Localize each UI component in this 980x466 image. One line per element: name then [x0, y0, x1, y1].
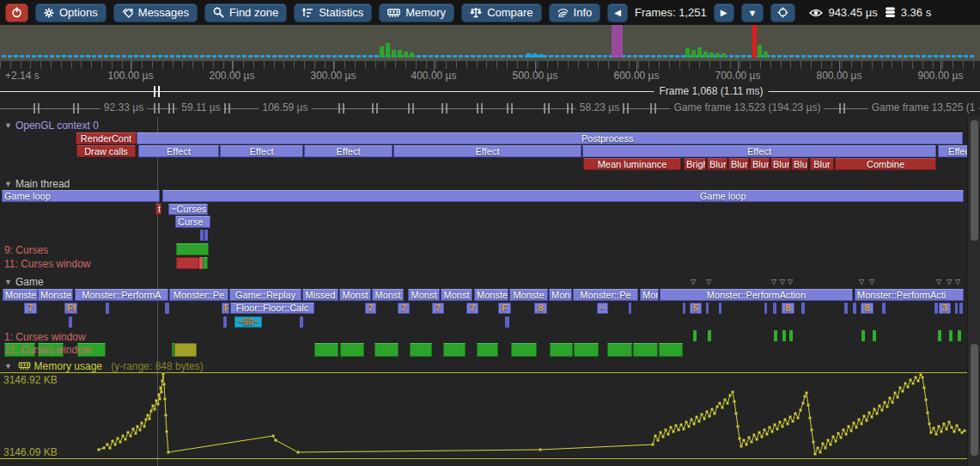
zone-bar-thin[interactable]: [165, 303, 169, 314]
zone-bar-thin[interactable]: [861, 330, 865, 341]
next-frame-button[interactable]: ▶: [714, 3, 734, 22]
zone-bar[interactable]: ~Curses: [168, 204, 208, 215]
zone-bar[interactable]: Mons: [549, 289, 572, 301]
zone-bar[interactable]: Monste: [509, 289, 548, 301]
zone-bar[interactable]: 8: [861, 303, 873, 314]
zone-bar-thin[interactable]: [374, 343, 399, 357]
zone-bar-thin[interactable]: [633, 343, 658, 357]
zone-bar[interactable]: Monste: [474, 289, 508, 301]
zone-bar-thin[interactable]: [958, 330, 961, 341]
zone-bar-thin[interactable]: [550, 343, 573, 357]
message-marker-icon[interactable]: ▽: [780, 278, 785, 285]
zone-bar-thin[interactable]: [691, 50, 696, 58]
zone-bar-thin[interactable]: [200, 230, 204, 241]
zone-bar-thin[interactable]: [873, 330, 876, 341]
zone-bar-thin[interactable]: [477, 343, 498, 357]
lock-label[interactable]: 11: Curses window: [4, 344, 91, 356]
message-marker-icon[interactable]: ▽: [947, 278, 952, 285]
zone-bar[interactable]: Combine: [835, 158, 936, 170]
focus-frame-button[interactable]: [770, 3, 795, 22]
collapse-frames-button[interactable]: ▼: [741, 3, 764, 22]
zone-bar-thin[interactable]: [782, 330, 786, 341]
zone-bar[interactable]: Effect: [138, 145, 219, 157]
frame-label[interactable]: Frame 1,068 (1.11 ms): [654, 85, 768, 97]
zone-bar-thin[interactable]: [721, 53, 726, 58]
zone-bar-thin[interactable]: [314, 343, 338, 357]
zone-bar-thin[interactable]: [106, 303, 109, 314]
zone-bar[interactable]: ~: [597, 303, 608, 314]
zone-bar[interactable]: Monster::PerformActi: [855, 289, 964, 301]
zone-bar[interactable]: Effect: [393, 145, 581, 157]
zone-bar-thin[interactable]: [934, 303, 938, 314]
zone-bar-thin[interactable]: [533, 53, 537, 58]
zone-bar-thin[interactable]: [853, 303, 856, 314]
zone-bar[interactable]: F: [222, 303, 229, 314]
zone-bar[interactable]: Ff: [64, 303, 77, 314]
zone-bar[interactable]: 7: [24, 303, 37, 314]
compare-button[interactable]: Compare: [461, 3, 541, 22]
message-marker-icon[interactable]: ▽: [936, 278, 941, 285]
zone-bar[interactable]: Curse: [175, 216, 210, 228]
zone-bar[interactable]: Monster::PerformA: [75, 289, 168, 301]
frame-marker-row[interactable]: Frame 1,068 (1.11 ms): [0, 84, 980, 100]
zone-bar-thin[interactable]: [174, 343, 197, 357]
zone-bar-thin[interactable]: [938, 330, 941, 341]
zone-bar-thin[interactable]: [398, 50, 402, 58]
zone-bar-thin[interactable]: [607, 343, 632, 357]
find-zone-button[interactable]: Find zone: [204, 3, 287, 22]
zone-bar[interactable]: Effect: [582, 145, 936, 157]
zone-bar[interactable]: Blur: [791, 158, 808, 170]
zone-bar-thin[interactable]: [773, 303, 776, 314]
zone-bar-thin[interactable]: [683, 303, 685, 314]
zone-bar[interactable]: t: [155, 204, 161, 215]
zone-bar-thin[interactable]: [300, 316, 303, 328]
zone-bar-thin[interactable]: [706, 303, 709, 314]
message-marker-icon[interactable]: ▽: [691, 278, 696, 285]
zone-bar-thin[interactable]: [709, 52, 714, 58]
zone-bar[interactable]: Monst: [372, 289, 404, 301]
section-opengl-header[interactable]: ▼OpenGL context 0: [4, 120, 99, 132]
prev-frame-button[interactable]: ◀: [607, 3, 628, 22]
section-main-thread-header[interactable]: ▼Main thread: [4, 178, 70, 190]
zone-bar-thin[interactable]: [223, 316, 227, 328]
zone-bar-thin[interactable]: [697, 47, 702, 58]
zone-bar-thin[interactable]: [882, 303, 886, 314]
statistics-button[interactable]: Statistics: [294, 3, 372, 22]
zone-bar[interactable]: Mons: [640, 289, 659, 301]
info-button[interactable]: Info: [549, 3, 601, 22]
power-button[interactable]: [5, 3, 28, 22]
zone-bar[interactable]: Missed: [302, 289, 338, 301]
zone-bar-thin[interactable]: [703, 52, 708, 58]
zone-bar[interactable]: Postprocess: [137, 132, 963, 144]
zone-bar[interactable]: Blur: [707, 158, 727, 170]
message-marker-icon[interactable]: ▽: [771, 278, 776, 285]
zone-bar-thin[interactable]: [204, 230, 208, 241]
zone-bar-thin[interactable]: [410, 52, 414, 58]
zone-bar[interactable]: Game loop: [162, 190, 964, 202]
lock-label[interactable]: 9: Curses: [4, 244, 48, 256]
zone-bar-thin[interactable]: [527, 53, 531, 58]
zone-bar-thin[interactable]: [715, 53, 720, 58]
zone-bar-thin[interactable]: [708, 330, 711, 341]
zone-bar-thin[interactable]: [404, 52, 408, 58]
zone-bar[interactable]: ~50~: [234, 316, 262, 328]
zone-bar-thin[interactable]: [719, 303, 721, 314]
zone-bar-thin[interactable]: [758, 45, 762, 58]
frame-histogram[interactable]: [0, 25, 980, 61]
zone-bar[interactable]: Effect: [304, 145, 393, 157]
zone-bar-thin[interactable]: [752, 23, 757, 58]
zone-bar-thin[interactable]: [764, 303, 767, 314]
zone-bar[interactable]: Brigh: [684, 158, 706, 170]
zone-bar-thin[interactable]: [410, 343, 432, 357]
zone-bar-thin[interactable]: [505, 316, 509, 328]
zone-bar[interactable]: 8: [534, 303, 547, 314]
message-marker-icon[interactable]: ▽: [706, 278, 711, 285]
zone-bar[interactable]: Monst: [408, 289, 440, 301]
message-marker-icon[interactable]: ▽: [955, 278, 960, 285]
zone-bar[interactable]: 7: [365, 303, 376, 314]
zone-bar[interactable]: 8: [782, 303, 794, 314]
zone-bar[interactable]: 7: [432, 303, 444, 314]
zone-bar-thin[interactable]: [789, 330, 793, 341]
zone-bar-thin[interactable]: [511, 343, 537, 357]
zone-bar-thin[interactable]: [380, 46, 384, 58]
